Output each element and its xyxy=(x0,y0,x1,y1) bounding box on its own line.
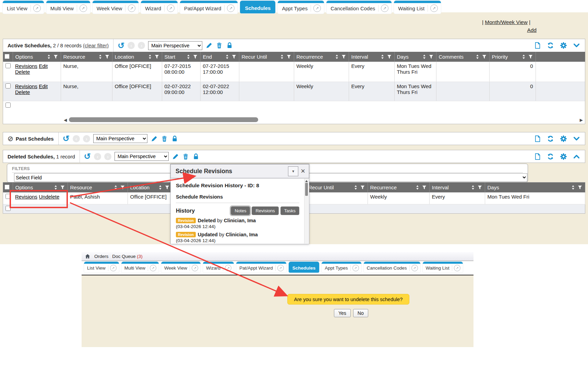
tab-cancellation-codes[interactable]: Cancellation Codes↗ xyxy=(326,1,392,14)
filter-icon[interactable] xyxy=(193,54,198,59)
perspective-select[interactable]: Main Perspective xyxy=(115,152,169,161)
filter-icon[interactable] xyxy=(60,185,65,190)
filter-icon[interactable] xyxy=(105,54,110,59)
external-link-icon[interactable]: ↗ xyxy=(430,4,438,12)
revisions-link[interactable]: Revisions xyxy=(15,63,37,69)
undo-icon[interactable]: ↺ xyxy=(84,152,91,161)
refresh-icon[interactable] xyxy=(547,153,554,160)
next-icon[interactable]: › xyxy=(83,135,90,142)
external-link-icon[interactable]: ↗ xyxy=(192,265,198,271)
tab-cancellation-codes[interactable]: Cancellation Codes↗ xyxy=(364,262,420,273)
external-link-icon[interactable]: ↗ xyxy=(225,265,231,271)
prev-icon[interactable]: ‹ xyxy=(73,135,80,142)
no-button[interactable]: No xyxy=(353,309,368,317)
tab-list-view[interactable]: List View↗ xyxy=(84,262,119,273)
perspective-select[interactable]: Main Perspective xyxy=(93,134,147,143)
close-icon[interactable]: × xyxy=(301,167,305,175)
filter-icon[interactable] xyxy=(120,185,125,190)
filter-icon[interactable] xyxy=(577,185,583,190)
add-link[interactable]: Add xyxy=(527,27,537,33)
lock-icon[interactable] xyxy=(171,135,178,142)
sort-icon[interactable] xyxy=(415,185,420,190)
external-link-icon[interactable]: ↗ xyxy=(33,4,41,12)
row-checkbox[interactable] xyxy=(5,63,11,68)
external-link-icon[interactable]: ↗ xyxy=(313,4,321,12)
refresh-icon[interactable] xyxy=(547,42,554,49)
delete-link[interactable]: Delete xyxy=(15,69,30,75)
filter-icon[interactable] xyxy=(165,185,170,190)
tab-pat-appt-wizard[interactable]: Pat/Appt Wizard↗ xyxy=(236,262,286,273)
sort-icon[interactable] xyxy=(422,54,427,59)
external-link-icon[interactable]: ↗ xyxy=(167,4,175,12)
edit-link[interactable]: Edit xyxy=(39,63,48,69)
tab-wizard[interactable]: Wizard↗ xyxy=(203,262,234,273)
tab-appt-types[interactable]: Appt Types↗ xyxy=(322,262,361,273)
prev-icon[interactable]: ‹ xyxy=(94,153,101,160)
sort-icon[interactable] xyxy=(470,185,476,190)
scroll-left-icon[interactable]: ◀ xyxy=(64,118,67,122)
filter-icon[interactable] xyxy=(477,185,482,190)
tab-week-view[interactable]: Week View↗ xyxy=(93,1,139,14)
external-link-icon[interactable]: ↗ xyxy=(454,265,460,271)
external-link-icon[interactable]: ↗ xyxy=(352,265,359,271)
sort-icon[interactable] xyxy=(380,54,385,59)
filter-icon[interactable] xyxy=(482,54,487,59)
filter-icon[interactable] xyxy=(429,54,434,59)
tab-waiting-list[interactable]: Waiting List↗ xyxy=(423,262,463,273)
breadcrumb-orders[interactable]: Orders xyxy=(94,254,108,259)
sort-icon[interactable] xyxy=(158,185,163,190)
new-document-icon[interactable] xyxy=(534,135,541,142)
tab-week-view[interactable]: Week View↗ xyxy=(161,262,201,273)
sort-icon[interactable] xyxy=(186,54,191,59)
refresh-icon[interactable] xyxy=(547,135,554,142)
home-icon[interactable] xyxy=(85,253,91,259)
prev-icon[interactable]: ‹ xyxy=(128,42,135,49)
sort-icon[interactable] xyxy=(46,54,51,59)
next-icon[interactable]: › xyxy=(138,42,145,49)
filter-icon[interactable] xyxy=(53,54,58,59)
sort-icon[interactable] xyxy=(225,54,230,59)
tab-schedules-active[interactable]: Schedules xyxy=(289,262,320,273)
tab-schedules-active[interactable]: Schedules xyxy=(240,1,275,13)
popup-menu-dropdown[interactable]: ▼ xyxy=(288,166,298,176)
yes-button[interactable]: Yes xyxy=(334,309,351,317)
collapse-chevron-icon[interactable] xyxy=(573,42,580,49)
sort-icon[interactable] xyxy=(279,54,285,59)
revisions-button[interactable]: Revisions xyxy=(252,206,278,215)
external-link-icon[interactable]: ↗ xyxy=(411,265,418,271)
gear-icon[interactable] xyxy=(560,153,567,160)
row-checkbox[interactable] xyxy=(5,103,11,108)
sort-icon[interactable] xyxy=(98,54,103,59)
new-document-icon[interactable] xyxy=(534,42,541,49)
filter-icon[interactable] xyxy=(360,185,365,190)
tab-appt-types[interactable]: Appt Types↗ xyxy=(278,1,324,14)
edit-pencil-icon[interactable] xyxy=(151,135,158,142)
trash-icon[interactable] xyxy=(216,42,223,49)
edit-link[interactable]: Edit xyxy=(39,83,48,89)
scrollbar-thumb[interactable] xyxy=(69,117,258,122)
sort-icon[interactable] xyxy=(475,54,480,59)
edit-pencil-icon[interactable] xyxy=(172,153,179,160)
select-all-checkbox[interactable] xyxy=(4,185,10,190)
tab-multi-view[interactable]: Multi View↗ xyxy=(121,262,159,273)
external-link-icon[interactable]: ↗ xyxy=(110,265,117,271)
filter-icon[interactable] xyxy=(387,54,392,59)
gear-icon[interactable] xyxy=(560,42,567,49)
row-checkbox[interactable] xyxy=(5,83,11,88)
lock-icon[interactable] xyxy=(192,153,200,160)
tasks-button[interactable]: Tasks xyxy=(280,206,299,215)
scroll-right-icon[interactable]: ▶ xyxy=(580,118,583,122)
external-link-icon[interactable]: ↗ xyxy=(381,4,388,12)
new-document-icon[interactable] xyxy=(534,153,541,160)
external-link-icon[interactable]: ↗ xyxy=(128,4,135,12)
scrollbar-thumb[interactable] xyxy=(305,183,308,196)
tab-multi-view[interactable]: Multi View↗ xyxy=(46,1,90,14)
filter-icon[interactable] xyxy=(231,54,237,59)
gear-icon[interactable] xyxy=(560,135,567,142)
popup-scrollbar[interactable] xyxy=(304,179,309,244)
breadcrumb-doc-queue[interactable]: Doc Queue (3) xyxy=(112,254,143,259)
collapse-chevron-icon[interactable] xyxy=(573,153,580,160)
undo-icon[interactable]: ↺ xyxy=(63,134,70,143)
popup-title-bar[interactable]: Schedule Revisions ▼ × xyxy=(170,164,309,178)
lock-icon[interactable] xyxy=(226,42,233,49)
